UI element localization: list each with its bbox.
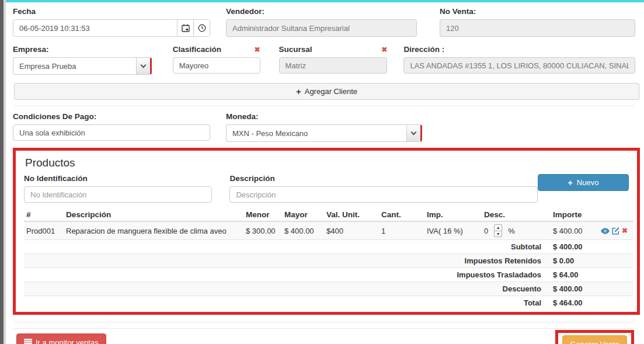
productos-title: Productos xyxy=(25,157,629,169)
agregar-cliente-button[interactable]: + Agregar Cliente xyxy=(14,83,639,100)
no-venta-label: No Venta: xyxy=(440,7,635,16)
list-icon xyxy=(24,339,32,344)
field-nuevo: + Nuevo xyxy=(538,174,629,191)
descuento-value[interactable]: 0 xyxy=(484,227,488,235)
moneda-selected-value: MXN - Peso Mexicano xyxy=(232,129,308,138)
condiciones-pago-label: Condiciones De Pago: xyxy=(13,112,210,121)
divider xyxy=(14,106,634,106)
total-row-descuento: Descuento $ 400.00 xyxy=(24,282,633,296)
col-header-num: # xyxy=(24,209,64,221)
col-header-descripcion: Descripción xyxy=(64,209,243,221)
field-fecha: Fecha xyxy=(13,7,210,37)
stepper-down-icon[interactable]: ▼ xyxy=(495,231,502,237)
generar-venta-label: Generar Venta xyxy=(570,340,619,344)
field-condiciones-pago: Condiciones De Pago: xyxy=(13,112,210,141)
impuestos-trasladados-value: $ 64.00 xyxy=(551,268,598,282)
sucursal-label: Sucursal xyxy=(279,45,312,54)
ir-monitor-ventas-label: Ir a monitor ventas xyxy=(36,338,99,344)
calendar-icon[interactable] xyxy=(177,20,193,36)
empresa-selected-value: Empresa Prueba xyxy=(19,62,76,71)
impuestos-trasladados-label: Impuestos Trasladados xyxy=(24,268,551,282)
clasificacion-label: Clasificación xyxy=(173,45,221,54)
condiciones-pago-input[interactable] xyxy=(13,124,210,141)
row-condiciones-moneda: Condiciones De Pago: Moneda: MXN - Peso … xyxy=(13,112,635,142)
total-row-subtotal: Subtotal $ 400.00 xyxy=(24,240,633,254)
view-eye-icon[interactable] xyxy=(601,228,610,234)
col-header-menor: Menor xyxy=(243,209,282,221)
vendedor-input xyxy=(226,19,417,37)
sucursal-clear-icon[interactable]: ✖ xyxy=(381,46,387,53)
no-identificacion-input[interactable] xyxy=(24,186,212,203)
subtotal-value: $ 400.00 xyxy=(551,240,598,254)
cell-importe: $ 400.00 xyxy=(551,221,598,240)
row-producto-busqueda: No Identificación Descripción + Nuevo xyxy=(24,174,629,203)
descripcion-input[interactable] xyxy=(229,186,538,203)
cell-val-unit: $400 xyxy=(324,221,379,240)
nuevo-button[interactable]: + Nuevo xyxy=(538,174,629,191)
moneda-select[interactable]: MXN - Peso Mexicano xyxy=(226,124,422,142)
cell-desc: 0 ▲ ▼ % xyxy=(482,221,551,240)
agregar-cliente-label: Agregar Cliente xyxy=(305,87,357,96)
cell-menor: $ 300.00 xyxy=(243,221,282,240)
vendedor-label: Vendedor: xyxy=(226,7,417,16)
nuevo-label: Nuevo xyxy=(577,178,599,187)
impuestos-retenidos-label: Impuestos Retenidos xyxy=(24,254,551,268)
clasificacion-input[interactable] xyxy=(173,57,260,74)
empresa-label: Empresa: xyxy=(13,45,152,54)
field-direccion: Dirección : xyxy=(403,45,635,74)
total-row-impuestos-retenidos: Impuestos Retenidos $ 0.00 xyxy=(24,254,633,268)
plus-icon: + xyxy=(296,86,301,96)
clock-icon[interactable] xyxy=(193,20,210,36)
ir-monitor-ventas-button[interactable]: Ir a monitor ventas xyxy=(16,333,106,344)
edit-pencil-icon[interactable] xyxy=(612,227,619,235)
col-header-importe: Importe xyxy=(551,209,598,221)
sucursal-input xyxy=(279,57,388,74)
generar-venta-button[interactable]: Generar Venta xyxy=(562,335,627,344)
fecha-input[interactable] xyxy=(13,20,177,36)
impuestos-retenidos-value: $ 0.00 xyxy=(551,254,598,268)
field-moneda: Moneda: MXN - Peso Mexicano xyxy=(226,112,422,142)
field-clasificacion: Clasificación ✖ xyxy=(173,45,260,74)
table-header-row: # Descripción Menor Mayor Val. Unit. Can… xyxy=(24,209,633,221)
descripcion-label: Descripción xyxy=(229,174,538,183)
chevron-down-icon xyxy=(406,125,420,141)
divider xyxy=(14,322,634,322)
delete-x-icon[interactable]: ✖ xyxy=(622,227,628,234)
divider xyxy=(14,328,634,329)
sale-form-page: Fecha Vendedor: No Venta: Empresa: xyxy=(6,0,644,344)
total-label: Total xyxy=(24,296,551,310)
direccion-label: Dirección : xyxy=(403,45,635,54)
col-header-imp: Imp. xyxy=(424,209,482,221)
cell-actions: ✖ xyxy=(598,221,633,240)
direccion-input xyxy=(403,57,635,74)
no-venta-input xyxy=(440,19,635,37)
moneda-label: Moneda: xyxy=(226,112,422,121)
col-header-cant: Cant. xyxy=(379,209,424,221)
row-empresa-clasificacion: Empresa: Empresa Prueba Clasificación ✖ … xyxy=(13,45,635,75)
total-value: $ 464.00 xyxy=(551,296,598,310)
field-empresa: Empresa: Empresa Prueba xyxy=(13,45,152,75)
field-no-identificacion: No Identificación xyxy=(24,174,212,203)
stepper-up-icon[interactable]: ▲ xyxy=(495,225,502,231)
cell-cant: 1 xyxy=(379,221,424,240)
row-fecha-vendedor-noventa: Fecha Vendedor: No Venta: xyxy=(13,7,635,37)
total-row-total: Total $ 464.00 xyxy=(24,296,633,310)
empresa-select[interactable]: Empresa Prueba xyxy=(13,57,152,75)
col-header-desc: Desc. xyxy=(482,209,551,221)
productos-annotation-box: Productos No Identificación Descripción … xyxy=(13,148,640,315)
generar-venta-annotation-box: Generar Venta xyxy=(555,330,634,344)
plus-icon: + xyxy=(568,178,573,187)
cell-mayor: $ 400.00 xyxy=(282,221,324,240)
footer-actions: Ir a monitor ventas Generar Venta xyxy=(16,333,634,344)
descuento-stepper[interactable]: ▲ ▼ xyxy=(494,224,502,237)
no-identificacion-label: No Identificación xyxy=(24,174,212,183)
col-header-actions xyxy=(598,209,633,221)
cell-imp: IVA( 16 %) xyxy=(424,221,482,240)
clasificacion-clear-icon[interactable]: ✖ xyxy=(255,46,260,53)
fecha-label: Fecha xyxy=(13,7,210,16)
col-header-mayor: Mayor xyxy=(282,209,324,221)
field-sucursal: Sucursal ✖ xyxy=(279,45,388,74)
field-no-venta: No Venta: xyxy=(440,7,635,37)
col-header-val-unit: Val. Unit. xyxy=(324,209,379,221)
chevron-down-icon xyxy=(136,58,150,74)
